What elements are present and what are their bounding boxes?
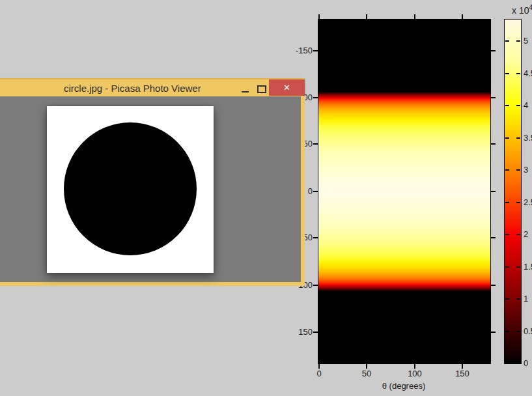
x-tick-label: 100 xyxy=(400,369,429,379)
colorbar xyxy=(504,19,522,364)
minimize-icon[interactable] xyxy=(242,91,249,92)
window-title: circle.jpg - Picasa Photo Viewer xyxy=(64,83,201,94)
colorbar-tick-mark-left xyxy=(505,234,509,235)
colorbar-tick-mark-left xyxy=(505,202,509,203)
colorbar-tick-mark-right xyxy=(516,40,520,42)
sinogram-heatmap xyxy=(318,19,491,364)
colorbar-tick-mark-right xyxy=(516,137,520,139)
colorbar-tick-label: 4.5 xyxy=(524,68,532,79)
window-titlebar[interactable]: circle.jpg - Picasa Photo Viewer ✕ xyxy=(0,78,305,96)
y-tick-label: 150 xyxy=(285,327,313,337)
y-tick-mark-left xyxy=(313,143,318,145)
y-tick-mark-right xyxy=(491,97,496,98)
y-tick-mark-right xyxy=(491,332,496,333)
colorbar-tick-mark-right xyxy=(516,234,520,235)
colorbar-tick-mark-right xyxy=(516,202,520,203)
x-tick-label: 150 xyxy=(448,369,477,379)
close-button[interactable]: ✕ xyxy=(269,79,305,96)
colorbar-tick-mark-right xyxy=(516,105,520,106)
y-tick-mark-right xyxy=(491,50,496,51)
y-tick-mark-left xyxy=(313,285,318,286)
colorbar-tick-mark-left xyxy=(505,105,509,106)
y-tick-mark-right xyxy=(491,285,496,286)
colorbar-tick-mark-left xyxy=(505,40,509,42)
colorbar-tick-mark-right xyxy=(516,266,520,268)
x-tick-mark-bottom xyxy=(366,364,367,369)
colorbar-tick-mark-left xyxy=(505,266,509,268)
y-tick-mark-left xyxy=(313,237,318,238)
x-tick-mark-bottom xyxy=(414,364,415,369)
colorbar-scale-exponent: 4 xyxy=(529,4,532,11)
maximize-icon[interactable] xyxy=(257,85,266,93)
x-tick-label: 50 xyxy=(352,369,381,379)
colorbar-tick-mark-left xyxy=(505,169,509,171)
colorbar-tick-label: 1 xyxy=(524,294,528,304)
viewer-content-area xyxy=(0,96,305,286)
y-tick-mark-right xyxy=(491,237,496,238)
photo-circle-jpg xyxy=(47,106,214,273)
x-tick-mark-bottom xyxy=(462,364,463,369)
x-tick-mark-top xyxy=(462,14,463,19)
y-tick-mark-right xyxy=(491,191,496,192)
colorbar-tick-mark-left xyxy=(505,298,509,300)
colorbar-tick-mark-right xyxy=(516,298,520,300)
x-tick-mark-top xyxy=(366,14,367,19)
y-tick-label: -150 xyxy=(285,46,313,56)
y-tick-mark-right xyxy=(491,143,496,145)
colorbar-tick-mark-left xyxy=(505,137,509,139)
colorbar-tick-label: 2.5 xyxy=(524,197,532,208)
colorbar-tick-mark-right xyxy=(516,73,520,74)
colorbar-tick-mark-left xyxy=(505,331,509,332)
close-icon: ✕ xyxy=(283,83,290,92)
x-axis-title: θ (degrees) xyxy=(365,381,443,391)
colorbar-tick-label: 1.5 xyxy=(524,262,532,272)
colorbar-tick-mark-left xyxy=(505,73,509,74)
black-circle-image xyxy=(64,122,197,255)
picasa-photo-viewer-window: circle.jpg - Picasa Photo Viewer ✕ xyxy=(0,78,305,286)
x-tick-mark-top xyxy=(318,14,320,19)
colorbar-tick-label: 0.5 xyxy=(524,326,532,337)
colorbar-tick-mark-right xyxy=(516,169,520,171)
colorbar-tick-label: 5 xyxy=(524,36,528,46)
colorbar-tick-label: 3 xyxy=(524,165,528,175)
colorbar-scale-mantissa: x 10 xyxy=(512,5,529,16)
colorbar-tick-label: 4 xyxy=(524,100,528,111)
colorbar-tick-label: 0 xyxy=(524,358,528,369)
y-tick-mark-left xyxy=(313,97,318,98)
x-tick-label: 0 xyxy=(305,369,333,379)
y-tick-mark-left xyxy=(313,50,318,51)
y-tick-mark-left xyxy=(313,332,318,333)
x-tick-mark-bottom xyxy=(318,364,320,369)
colorbar-tick-label: 2 xyxy=(524,229,528,240)
colorbar-tick-mark-right xyxy=(516,331,520,332)
y-tick-mark-left xyxy=(313,191,318,192)
x-tick-mark-top xyxy=(414,14,415,19)
colorbar-scale-label: x 104 xyxy=(512,4,532,16)
colorbar-tick-label: 3.5 xyxy=(524,133,532,143)
